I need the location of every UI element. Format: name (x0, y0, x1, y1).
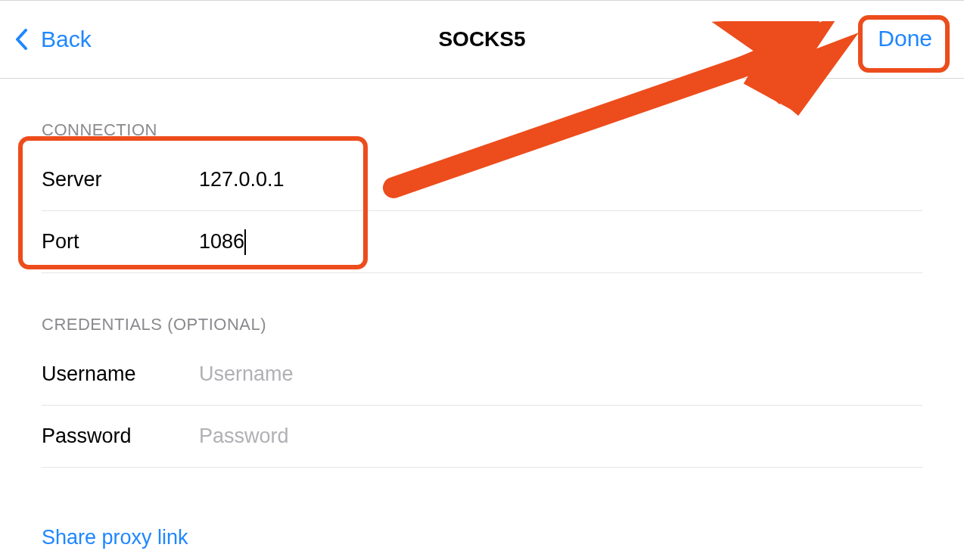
done-button[interactable]: Done (861, 17, 949, 60)
port-row: Port 1086 (42, 211, 922, 273)
section-header-connection: CONNECTION (42, 120, 922, 140)
password-input[interactable] (199, 425, 922, 448)
server-label: Server (42, 168, 199, 191)
content-area: CONNECTION Server Port 1086 CREDENTIALS … (0, 120, 964, 560)
server-row: Server (42, 149, 922, 211)
password-row: Password (42, 406, 922, 468)
username-input[interactable] (199, 362, 922, 386)
page-title: SOCKS5 (438, 27, 525, 51)
back-label: Back (41, 26, 92, 52)
header-bar: Back SOCKS5 Done (0, 0, 964, 79)
chevron-left-icon (15, 29, 27, 50)
username-label: Username (42, 362, 199, 386)
share-proxy-link[interactable]: Share proxy link (42, 507, 922, 560)
server-input[interactable] (199, 168, 922, 191)
username-row: Username (42, 344, 922, 406)
password-label: Password (42, 425, 199, 448)
port-label: Port (42, 230, 199, 254)
back-button[interactable]: Back (15, 1, 92, 78)
port-value[interactable]: 1086 (199, 230, 244, 254)
done-label: Done (878, 26, 932, 51)
share-proxy-link-label: Share proxy link (42, 526, 188, 549)
text-cursor-icon (244, 229, 246, 255)
section-header-credentials: CREDENTIALS (OPTIONAL) (42, 315, 922, 334)
